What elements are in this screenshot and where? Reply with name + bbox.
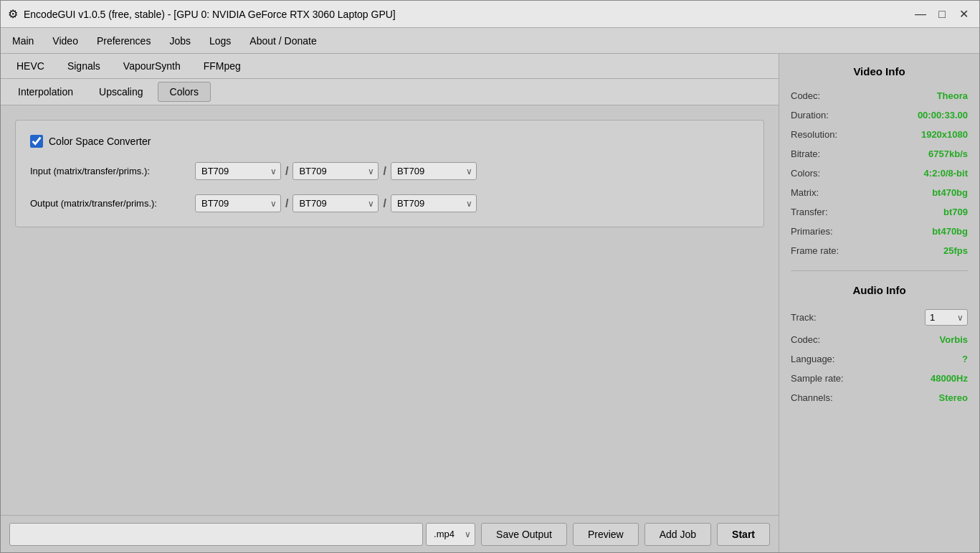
video-info-row-transfer: Transfer: bt709: [791, 205, 968, 219]
maximize-button[interactable]: □: [933, 6, 951, 23]
audio-samplerate-row: Sample rate: 48000Hz: [791, 372, 968, 385]
output-prims-wrapper: BT709 BT601 BT2020 SMPTE240M FCC Auto: [391, 194, 477, 212]
output-separator-1: /: [285, 197, 288, 210]
tab-upscaling[interactable]: Upscaling: [87, 82, 154, 101]
right-panel: Video Info Codec: Theora Duration: 00:00…: [779, 54, 979, 552]
color-space-converter-checkbox[interactable]: [30, 135, 43, 148]
track-select-dropdown-wrapper: 1 2 3: [925, 309, 968, 326]
preview-button[interactable]: Preview: [573, 523, 639, 546]
audio-channels-key: Channels:: [791, 392, 833, 403]
output-matrix-select[interactable]: BT709 BT601 BT2020 SMPTE240M FCC Auto: [195, 194, 281, 212]
close-button[interactable]: ✕: [955, 6, 972, 23]
output-separator-2: /: [383, 197, 386, 210]
input-row: Input (matrix/transfer/prims.): BT709 BT…: [30, 162, 749, 180]
input-transfer-select[interactable]: BT709 BT601 BT2020 SMPTE240M FCC Auto: [292, 162, 379, 180]
video-bitrate-val: 6757kb/s: [928, 148, 968, 159]
audio-codec-val: Vorbis: [940, 334, 969, 345]
output-transfer-wrapper: BT709 BT601 BT2020 SMPTE240M FCC Auto: [292, 194, 379, 212]
audio-info-title: Audio Info: [791, 284, 968, 296]
content-area: HEVC Signals VapourSynth FFMpeg Interpol…: [1, 54, 979, 552]
input-label: Input (matrix/transfer/prims.):: [30, 166, 188, 176]
audio-language-key: Language:: [791, 354, 834, 364]
file-path-input[interactable]: [9, 523, 423, 546]
menu-item-about-donate[interactable]: About / Donate: [241, 31, 325, 51]
video-colors-key: Colors:: [791, 168, 820, 179]
start-button[interactable]: Start: [717, 523, 770, 546]
video-info-title: Video Info: [791, 65, 968, 77]
sub-nav-signals[interactable]: Signals: [57, 57, 110, 75]
menu-item-video[interactable]: Video: [44, 31, 87, 51]
input-matrix-wrapper: BT709 BT601 BT2020 SMPTE240M FCC Auto: [195, 162, 281, 180]
sub-nav-row: HEVC Signals VapourSynth FFMpeg: [1, 54, 779, 79]
video-info-row-framerate: Frame rate: 25fps: [791, 244, 968, 257]
sub-nav-vapoursynth[interactable]: VapourSynth: [113, 57, 191, 75]
video-duration-key: Duration:: [791, 110, 829, 120]
sub-nav-hevc[interactable]: HEVC: [6, 57, 54, 75]
audio-channels-val: Stereo: [939, 392, 968, 403]
output-select-group: BT709 BT601 BT2020 SMPTE240M FCC Auto /: [195, 194, 477, 212]
video-framerate-val: 25fps: [943, 245, 968, 256]
video-info-row-matrix: Matrix: bt470bg: [791, 186, 968, 199]
video-resolution-key: Resolution:: [791, 129, 837, 140]
menu-item-preferences[interactable]: Preferences: [88, 31, 159, 51]
output-transfer-select[interactable]: BT709 BT601 BT2020 SMPTE240M FCC Auto: [292, 194, 379, 212]
audio-track-key: Track:: [791, 312, 817, 323]
track-select-wrapper: 1 2 3: [925, 309, 968, 326]
bottom-file-area: .mp4 .mkv .avi .mov: [9, 523, 475, 546]
main-content: Color Space Converter Input (matrix/tran…: [1, 105, 779, 515]
video-matrix-key: Matrix:: [791, 187, 819, 198]
input-matrix-select[interactable]: BT709 BT601 BT2020 SMPTE240M FCC Auto: [195, 162, 281, 180]
menu-item-jobs[interactable]: Jobs: [161, 31, 199, 51]
video-bitrate-key: Bitrate:: [791, 148, 820, 159]
audio-language-val: ?: [962, 354, 968, 364]
output-matrix-wrapper: BT709 BT601 BT2020 SMPTE240M FCC Auto: [195, 194, 281, 212]
audio-samplerate-key: Sample rate:: [791, 373, 844, 384]
tab-colors[interactable]: Colors: [158, 82, 211, 102]
add-job-button[interactable]: Add Job: [644, 523, 711, 546]
input-prims-wrapper: BT709 BT601 BT2020 SMPTE240M FCC Auto: [391, 162, 477, 180]
video-codec-val: Theora: [937, 90, 968, 101]
audio-codec-row: Codec: Vorbis: [791, 333, 968, 346]
audio-track-row: Track: 1 2 3: [791, 308, 968, 327]
menu-item-logs[interactable]: Logs: [201, 31, 239, 51]
video-info-row-bitrate: Bitrate: 6757kb/s: [791, 147, 968, 161]
video-matrix-val: bt470bg: [932, 187, 968, 198]
minimize-button[interactable]: —: [912, 6, 929, 23]
audio-codec-key: Codec:: [791, 334, 820, 345]
menu-bar: Main Video Preferences Jobs Logs About /…: [1, 28, 979, 54]
video-info-row-primaries: Primaries: bt470bg: [791, 224, 968, 238]
app-icon: ⚙: [8, 7, 18, 21]
video-resolution-val: 1920x1080: [921, 129, 968, 140]
input-separator-2: /: [383, 165, 386, 178]
output-label: Output (matrix/transfer/prims.):: [30, 198, 188, 209]
save-output-button[interactable]: Save Output: [481, 523, 567, 546]
format-select[interactable]: .mp4 .mkv .avi .mov: [426, 523, 475, 546]
input-transfer-wrapper: BT709 BT601 BT2020 SMPTE240M FCC Auto: [292, 162, 379, 180]
output-prims-select[interactable]: BT709 BT601 BT2020 SMPTE240M FCC Auto: [391, 194, 477, 212]
color-space-converter-label: Color Space Converter: [49, 136, 151, 147]
video-primaries-val: bt470bg: [932, 226, 968, 237]
video-info-row-duration: Duration: 00:00:33.00: [791, 108, 968, 122]
video-info-row-codec: Codec: Theora: [791, 89, 968, 103]
title-bar-left: ⚙ EncodeGUI v1.0.5 (free, stable) - [GPU…: [8, 7, 396, 21]
audio-channels-row: Channels: Stereo: [791, 391, 968, 405]
video-duration-val: 00:00:33.00: [918, 110, 968, 120]
format-select-wrapper: .mp4 .mkv .avi .mov: [426, 523, 475, 546]
video-primaries-key: Primaries:: [791, 226, 833, 237]
video-framerate-key: Frame rate:: [791, 245, 839, 256]
audio-language-row: Language: ?: [791, 352, 968, 366]
audio-samplerate-val: 48000Hz: [931, 373, 968, 384]
menu-item-main[interactable]: Main: [4, 31, 42, 51]
main-window: ⚙ EncodeGUI v1.0.5 (free, stable) - [GPU…: [0, 0, 980, 553]
video-colors-val: 4:2:0/8-bit: [924, 168, 968, 179]
sub-nav-ffmpeg[interactable]: FFMpeg: [194, 57, 251, 75]
color-space-converter-row: Color Space Converter: [30, 135, 749, 148]
input-prims-select[interactable]: BT709 BT601 BT2020 SMPTE240M FCC Auto: [391, 162, 477, 180]
title-bar: ⚙ EncodeGUI v1.0.5 (free, stable) - [GPU…: [1, 1, 979, 28]
tab-interpolation[interactable]: Interpolation: [6, 82, 85, 101]
input-separator-1: /: [285, 165, 288, 178]
video-transfer-val: bt709: [943, 207, 968, 217]
track-select[interactable]: 1 2 3: [925, 309, 968, 326]
video-info-row-resolution: Resolution: 1920x1080: [791, 128, 968, 141]
tab-row: Interpolation Upscaling Colors: [1, 79, 779, 105]
